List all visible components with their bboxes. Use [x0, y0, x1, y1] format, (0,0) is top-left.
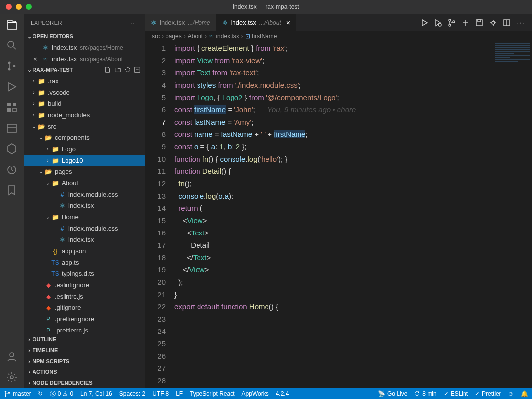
tree-item[interactable]: {}app.json — [24, 245, 145, 257]
svg-point-2 — [8, 68, 11, 71]
add-icon[interactable] — [462, 19, 469, 27]
eol[interactable]: LF — [176, 390, 183, 397]
branch-icon[interactable] — [448, 19, 456, 27]
tree-item[interactable]: P.prettierignore — [24, 313, 145, 325]
svg-point-13 — [438, 23, 441, 26]
settings-gear-icon[interactable] — [6, 371, 18, 383]
bookmark-icon[interactable] — [6, 184, 18, 196]
file-icon: TS — [51, 259, 59, 266]
account-icon[interactable] — [6, 351, 18, 363]
tree-item[interactable]: P.prettierrc.js — [24, 325, 145, 334]
svg-rect-8 — [7, 124, 16, 132]
tree-item[interactable]: ⌄📂components — [24, 132, 145, 143]
appworks[interactable]: AppWorks — [242, 390, 269, 397]
run-history-icon[interactable] — [434, 19, 442, 27]
file-icon: ◆ — [44, 293, 52, 300]
indentation[interactable]: Spaces: 2 — [119, 390, 145, 397]
split-icon[interactable] — [503, 19, 511, 27]
tree-item[interactable]: TSapp.ts — [24, 257, 145, 268]
search-icon[interactable] — [6, 39, 18, 51]
tree-item[interactable]: ›📁node_modules — [24, 109, 145, 121]
source-control-icon[interactable] — [6, 60, 18, 72]
editor-tab[interactable]: ⚛index.tsx.../About× — [216, 14, 296, 31]
section-outline[interactable]: ›OUTLINE — [24, 334, 145, 345]
breadcrumb[interactable]: src›pages›About›⚛ index.tsx›⊡ firstName — [145, 31, 532, 42]
breadcrumb-item[interactable]: pages — [166, 33, 182, 40]
tree-item[interactable]: ›📁Logo — [24, 143, 145, 155]
tree-item[interactable]: ◆.gitignore — [24, 302, 145, 313]
open-editors-section[interactable]: ⌄ OPEN EDITORS — [24, 31, 145, 42]
tree-item[interactable]: ⚛index.tsx — [24, 234, 145, 245]
go-live[interactable]: 📡 Go Live — [378, 390, 407, 397]
svg-point-11 — [10, 376, 13, 379]
tree-item[interactable]: ›📁Logo10 — [24, 155, 145, 166]
more-icon[interactable]: ··· — [131, 20, 138, 26]
tree-item[interactable]: ›📁build — [24, 98, 145, 109]
activity-bar — [0, 14, 24, 388]
run-debug-icon[interactable] — [6, 81, 18, 93]
svg-point-19 — [492, 21, 495, 24]
tree-item[interactable]: ◆.eslintrc.js — [24, 291, 145, 302]
tree-item[interactable]: #index.module.css — [24, 189, 145, 200]
svg-point-0 — [8, 41, 14, 47]
more-icon[interactable]: ··· — [517, 19, 525, 26]
tree-item[interactable]: ⌄📂src — [24, 121, 145, 132]
cursor-position[interactable]: Ln 7, Col 16 — [80, 390, 112, 397]
open-editor-item[interactable]: ⚛index.tsxsrc/pages/Home — [24, 42, 145, 53]
project-section[interactable]: ⌄RAX-MPA-TEST — [24, 65, 145, 75]
breadcrumb-item[interactable]: About — [188, 33, 203, 40]
timer-icon[interactable] — [6, 164, 18, 175]
collapse-icon[interactable] — [134, 66, 141, 73]
minimize-window[interactable] — [16, 4, 22, 10]
bell-icon[interactable]: 🔔 — [521, 390, 528, 397]
svg-point-3 — [13, 65, 16, 67]
problems[interactable]: ⓧ 0 ⚠ 0 — [50, 390, 73, 398]
diff-icon[interactable] — [489, 19, 497, 27]
section-node dependencies[interactable]: ›NODE DEPENDENCIES — [24, 377, 145, 388]
file-icon: P — [44, 315, 52, 323]
tree-item[interactable]: ⚛index.tsx — [24, 200, 145, 211]
tree-item[interactable]: #index.module.css — [24, 223, 145, 234]
language-mode[interactable]: TypeScript React — [190, 390, 234, 397]
tree-item[interactable]: ⌄📂pages — [24, 166, 145, 177]
section-timeline[interactable]: ›TIMELINE — [24, 345, 145, 356]
explorer-icon[interactable] — [6, 19, 18, 31]
tree-item[interactable]: ⌄📁Home — [24, 211, 145, 223]
tree-item[interactable]: ⌄📁About — [24, 177, 145, 189]
tree-item[interactable]: ◆.eslintignore — [24, 279, 145, 291]
save-icon[interactable] — [475, 19, 483, 27]
breadcrumb-item[interactable]: ⊡ firstName — [245, 33, 277, 40]
section-actions[interactable]: ›ACTIONS — [24, 366, 145, 377]
tree-item[interactable]: ›📁.vscode — [24, 87, 145, 98]
titlebar: index.tsx — rax-mpa-test — [0, 0, 532, 14]
code-editor[interactable]: 1234567891011121314151617181920212223242… — [145, 42, 532, 388]
close-icon[interactable]: × — [286, 19, 290, 27]
hex-icon[interactable] — [6, 143, 18, 155]
minimap[interactable] — [493, 42, 532, 388]
encoding[interactable]: UTF-8 — [152, 390, 169, 397]
sync-icon[interactable]: ↻ — [38, 390, 43, 397]
version[interactable]: 4.2.4 — [276, 390, 289, 397]
editor-tab[interactable]: ⚛index.tsx.../Home — [145, 14, 216, 31]
run-icon[interactable] — [420, 19, 428, 27]
close-icon[interactable]: × — [32, 55, 39, 63]
prettier[interactable]: ✓ Prettier — [475, 390, 501, 397]
new-folder-icon[interactable] — [114, 66, 121, 73]
extensions-icon[interactable] — [6, 101, 18, 113]
git-branch[interactable]: master — [4, 390, 31, 397]
editor-area: ⚛index.tsx.../Home⚛index.tsx.../About× ·… — [145, 14, 532, 388]
panel-icon[interactable] — [6, 122, 18, 134]
maximize-window[interactable] — [26, 4, 32, 10]
time[interactable]: ⏱ 8 min — [414, 390, 436, 397]
tree-item[interactable]: ›📁.rax — [24, 75, 145, 87]
open-editor-item[interactable]: ×⚛index.tsxsrc/pages/About — [24, 53, 145, 65]
feedback-icon[interactable]: ☺ — [508, 390, 514, 397]
new-file-icon[interactable] — [104, 66, 111, 73]
close-window[interactable] — [6, 4, 12, 10]
eslint[interactable]: ✓ ESLint — [444, 390, 468, 397]
breadcrumb-item[interactable]: src — [152, 33, 160, 40]
tree-item[interactable]: TStypings.d.ts — [24, 268, 145, 279]
section-npm scripts[interactable]: ›NPM SCRIPTS — [24, 356, 145, 366]
breadcrumb-item[interactable]: ⚛ index.tsx — [209, 33, 239, 40]
refresh-icon[interactable] — [124, 66, 131, 73]
